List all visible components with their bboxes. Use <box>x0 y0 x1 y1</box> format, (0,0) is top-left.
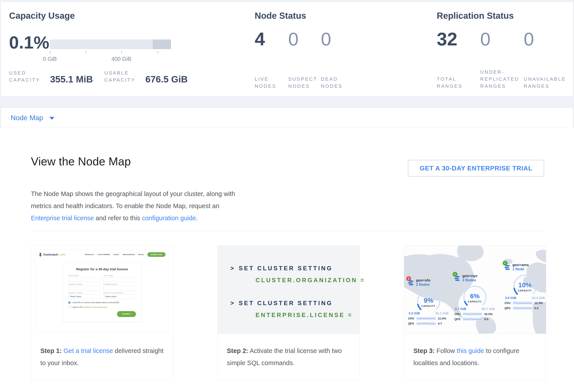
step1-caption: Step 1: Get a trial license delivered st… <box>41 345 165 369</box>
check-icon: ✓ <box>503 261 508 266</box>
view-selector-dropdown[interactable]: Node Map <box>1 108 573 128</box>
mini-field-label: FIRST NAME <box>68 275 101 277</box>
cpu-label: CPU <box>408 317 416 320</box>
step3-prefix: Step 3: <box>413 347 435 354</box>
registration-form-thumbnail: Cockroach LABS PRODUCT CUSTOMERS DOCS RE… <box>35 249 169 332</box>
used-capacity-label: USED CAPACITY <box>9 70 42 84</box>
cpu-label: CPU <box>505 301 513 305</box>
gauge-percent: 10% <box>518 281 532 289</box>
db-stack-icon <box>505 265 510 270</box>
sql-code-block: >SET CLUSTER SETTING CLUSTER.ORGANIZATIO… <box>218 246 360 334</box>
mini-field-label: LAST NAME <box>103 275 136 277</box>
total-ranges-value: 32 <box>437 30 480 48</box>
mini-field-label: COMPANY NAME <box>68 283 101 285</box>
locality-node-count: 1 Node <box>512 267 545 271</box>
locality-node-count: 2 Nodes <box>462 278 495 282</box>
capacity-metrics: USED CAPACITY 355.1 MiB USABLE CAPACITY … <box>9 70 187 84</box>
spacer-band <box>1 96 573 108</box>
used-capacity-value: 355.1 MiB <box>50 74 93 85</box>
cpu-label: CPU <box>454 312 463 316</box>
suspect-nodes-label: SUSPECT NODES <box>288 76 317 90</box>
sql-line-2: CLUSTER.ORGANIZATION = <box>256 277 365 284</box>
cpu-sparkline <box>463 313 482 316</box>
qps-value: 0.0 <box>484 317 488 321</box>
mini-download-button: DOWNLOAD <box>147 252 165 257</box>
sql-line-3: >SET CLUSTER SETTING <box>230 300 333 307</box>
gauge-label: CAPACITY <box>518 289 532 292</box>
cluster-summary-panel: Capacity Usage 0.1% 0 GiB 400 GiB USED C… <box>1 2 573 96</box>
locality-ams: ✓ geo=ams 1 Node <box>505 263 545 310</box>
mini-field-label: COMPANY EMAIL <box>103 283 136 285</box>
replication-stats: 32 TOTAL RANGES 0 UNDER-REPLICATED RANGE… <box>437 30 570 90</box>
tick-label-400: 400 GiB <box>111 56 131 62</box>
gauge-percent: 6% <box>470 293 480 300</box>
locality-name: geo=sfo <box>416 278 449 283</box>
get-trial-license-link[interactable]: Get a trial license <box>63 347 113 354</box>
step3-card: 1 geo=sfo 2 Nodes <box>404 245 546 380</box>
mini-submit-button: SUBMIT <box>117 311 136 317</box>
cpu-value: 12.3% <box>534 301 543 305</box>
desc-text-2: and refer to this <box>94 215 142 222</box>
node-status-stats: 4 LIVE NODES 0 SUSPECT NODES 0 DEAD NODE… <box>255 30 356 90</box>
capacity-gauge: 10% CAPACITY <box>512 273 538 299</box>
qps-sparkline <box>416 322 436 325</box>
cockroach-icon <box>39 253 42 257</box>
total-ranges-label: TOTAL RANGES <box>437 76 470 90</box>
mini-company-name-input <box>68 286 101 290</box>
mini-first-name-input <box>68 277 101 282</box>
mini-registration-form: Register for a 30-day trial license FIRS… <box>63 262 142 322</box>
get-enterprise-trial-button[interactable]: GET A 30-DAY ENTERPRISE TRIAL <box>408 160 544 177</box>
cpu-value: 42.5% <box>484 312 492 316</box>
capacity-bar-other-segment <box>153 39 171 49</box>
mini-field-label: REASON FOR INTEREST <box>103 292 136 294</box>
mini-license-link: Software License Agreement. <box>83 306 108 308</box>
capacity-bar-usable-segment <box>50 39 153 49</box>
unavailable-ranges-label: UNAVAILABLE RANGES <box>524 76 565 90</box>
locality-sfo: 1 geo=sfo 2 Nodes <box>408 278 449 325</box>
gauge-label: CAPACITY <box>468 300 482 303</box>
qps-sparkline <box>463 318 482 320</box>
page-title: View the Node Map <box>31 155 131 168</box>
usable-capacity-value: 676.5 GiB <box>145 74 187 85</box>
promo-description: The Node Map shows the geographical layo… <box>31 188 243 224</box>
configuration-guide-link[interactable]: configuration guide <box>142 215 196 222</box>
qps-value: 0.0 <box>534 306 538 310</box>
this-guide-link[interactable]: this guide <box>457 347 484 354</box>
live-nodes-value: 4 <box>255 30 288 48</box>
capacity-bar <box>50 39 171 49</box>
capacity-axis-ticks <box>50 51 171 54</box>
check-icon: ✓ <box>453 272 457 277</box>
step2-caption: Step 2: Activate the trial license with … <box>227 345 351 369</box>
brand-suffix: LABS <box>59 254 65 256</box>
brand-name: Cockroach <box>43 253 58 256</box>
db-stack-icon <box>408 280 414 286</box>
mini-nav-docs: DOCS <box>114 254 119 256</box>
view-selector-label: Node Map <box>11 114 43 122</box>
error-badge: 1 <box>406 276 411 281</box>
qps-sparkline <box>513 307 532 310</box>
tick-label-0: 0 GiB <box>43 56 57 62</box>
mini-nav-resources: RESOURCES <box>123 254 135 256</box>
step2-prefix: Step 2: <box>227 347 248 354</box>
desc-text-3: . <box>196 215 198 222</box>
under-replicated-ranges-label: UNDER-REPLICATED RANGES <box>480 69 521 90</box>
capacity-percent: 0.1% <box>9 32 49 53</box>
node-map-promo-section: View the Node Map The Node Map shows the… <box>0 128 574 392</box>
locality-node-count: 2 Nodes <box>416 283 449 287</box>
mini-site-header: Cockroach LABS PRODUCT CUSTOMERS DOCS RE… <box>35 250 169 257</box>
capacity-gauge: 6% CAPACITY <box>462 284 488 310</box>
chevron-down-icon <box>49 117 54 120</box>
node-status-title: Node Status <box>255 11 306 21</box>
capacity-usage-title: Capacity Usage <box>9 11 75 21</box>
qps-label: QPS <box>408 322 416 325</box>
gauge-label: CAPACITY <box>422 305 435 307</box>
qps-label: QPS <box>505 306 513 310</box>
mini-company-email-input <box>103 286 136 290</box>
cpu-sparkline <box>416 317 436 320</box>
cluster-overview-header: Capacity Usage 0.1% 0 GiB 400 GiB USED C… <box>0 0 574 128</box>
desc-text-1: The Node Map shows the geographical layo… <box>31 190 235 209</box>
cpu-value: 11.0% <box>438 317 446 320</box>
mini-nav-customers: CUSTOMERS <box>98 254 110 256</box>
node-map-preview: 1 geo=sfo 2 Nodes <box>404 246 546 334</box>
enterprise-trial-license-link[interactable]: Enterprise trial license <box>31 215 94 222</box>
